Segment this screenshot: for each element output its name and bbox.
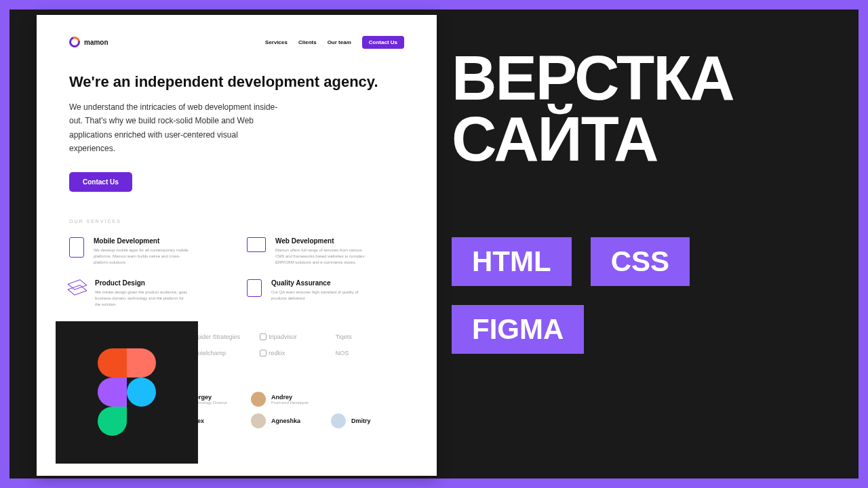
nav-services[interactable]: Services (265, 39, 288, 45)
client-logo: redkix (260, 350, 328, 357)
figma-tile (56, 321, 198, 464)
services-label: OUR SERVICES (69, 219, 404, 224)
figma-logo-icon (98, 348, 156, 436)
team-member: AndreyFront-end Developer (251, 392, 324, 407)
hero-section: We're an independent development agency.… (69, 73, 404, 192)
service-title: Product Design (95, 279, 190, 287)
logo[interactable]: mamon (69, 37, 108, 47)
avatar (251, 413, 266, 428)
service-card: Quality Assurance Our QA team ensures hi… (247, 279, 404, 308)
monitor-icon (247, 237, 266, 252)
main-nav: Services Clients Our team Contact Us (265, 36, 404, 49)
client-logo: tripadvisor (260, 333, 328, 340)
checklist-icon (247, 279, 262, 297)
service-card: Mobile Development We develop mobile app… (69, 237, 226, 266)
tag-css: CSS (591, 237, 690, 286)
nav-ourteam[interactable]: Our team (328, 39, 351, 45)
service-desc: Our QA team ensures high standard of qua… (271, 289, 366, 302)
client-logo: Tiqets (336, 333, 404, 340)
headline-line1: ВЕРСТКА (452, 47, 831, 108)
brand-name: mamon (84, 39, 108, 46)
nav-clients[interactable]: Clients (298, 39, 317, 45)
tag-html: HTML (452, 237, 572, 286)
service-card: Product Design We create design given th… (69, 279, 226, 308)
services-grid: Mobile Development We develop mobile app… (69, 237, 404, 308)
service-desc: We develop mobile apps for all contempor… (94, 247, 189, 266)
avatar (251, 392, 266, 407)
avatar (331, 413, 346, 428)
thumbnail-canvas: mamon Services Clients Our team Contact … (9, 9, 859, 479)
service-title: Web Development (275, 237, 370, 245)
mobile-icon (69, 237, 84, 258)
hero-cta-button[interactable]: Contact Us (69, 172, 132, 192)
team-member: Dmitry (331, 413, 404, 428)
hero-body: We understand the intricacies of web dev… (69, 100, 279, 156)
nav-contact-button[interactable]: Contact Us (362, 36, 404, 49)
hero-title: We're an independent development agency. (69, 73, 404, 91)
service-desc: We create design given the product audie… (95, 289, 190, 308)
service-title: Mobile Development (94, 237, 189, 245)
service-card: Web Development Mamon offers full range … (247, 237, 404, 266)
logo-icon (67, 35, 82, 49)
tag-figma: FIGMA (452, 305, 584, 354)
service-title: Quality Assurance (271, 279, 366, 287)
headline-line2: САЙТА (452, 108, 831, 169)
mock-header: mamon Services Clients Our team Contact … (69, 31, 404, 53)
layers-icon (69, 279, 85, 296)
headline: ВЕРСТКА САЙТА (452, 47, 831, 169)
tech-tags: HTML CSS FIGMA (452, 237, 831, 354)
title-panel: ВЕРСТКА САЙТА HTML CSS FIGMA (452, 47, 831, 354)
team-member: Agneshka (251, 413, 324, 428)
client-logo: NOS (336, 350, 404, 357)
service-desc: Mamon offers full range of services from… (275, 247, 370, 266)
